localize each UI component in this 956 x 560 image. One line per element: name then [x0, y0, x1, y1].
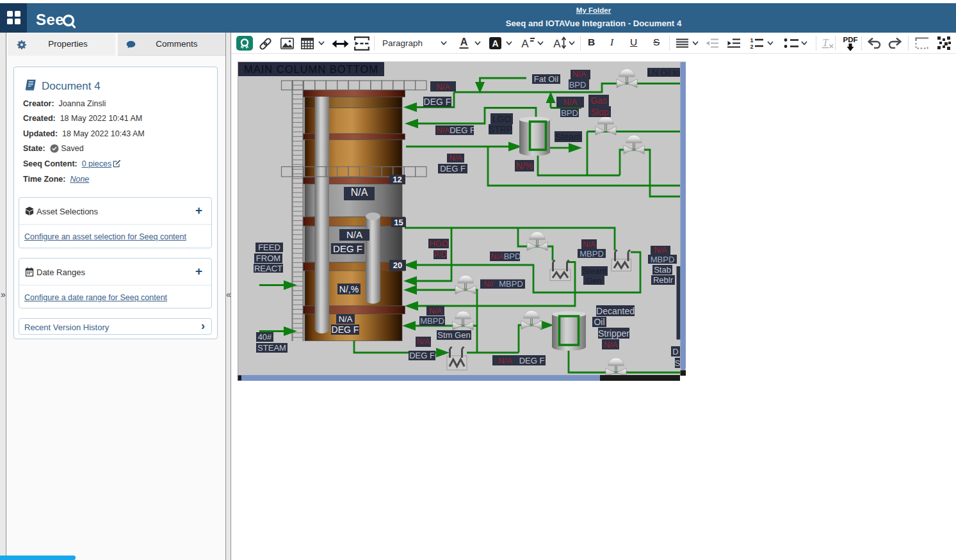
- svg-text:MBPD: MBPD: [651, 255, 675, 264]
- svg-text:N/A: N/A: [429, 307, 442, 316]
- svg-text:Oil: Oil: [594, 317, 604, 327]
- svg-text:Steam: Steam: [555, 132, 581, 142]
- svg-text:12: 12: [393, 175, 401, 184]
- svg-text:P/D: P/D: [433, 250, 446, 259]
- svg-text:1: 1: [750, 37, 754, 44]
- svg-text:Gen: Gen: [586, 276, 602, 285]
- svg-text:N/A: N/A: [498, 356, 512, 365]
- svg-text:FEED: FEED: [258, 243, 280, 252]
- svg-text:DEG F: DEG F: [440, 164, 466, 173]
- svg-text:HGO: HGO: [429, 239, 448, 248]
- svg-text:REACT: REACT: [254, 264, 282, 273]
- svg-text:2: 2: [750, 44, 754, 49]
- svg-text:Decanted: Decanted: [596, 306, 635, 316]
- svg-text:N/A: N/A: [339, 314, 353, 324]
- svg-text:MBPD: MBPD: [499, 279, 523, 289]
- svg-text:N//: N//: [483, 280, 494, 289]
- svg-text:BPD: BPD: [569, 80, 587, 90]
- svg-text:DEG F: DEG F: [333, 243, 362, 254]
- svg-text:N/A: N/A: [417, 337, 430, 346]
- svg-text:STEAM: STEAM: [257, 343, 286, 353]
- svg-text:PDF: PDF: [843, 36, 858, 44]
- svg-text:MAIN COLUMN BOTTOM: MAIN COLUMN BOTTOM: [244, 63, 378, 75]
- svg-text:N/,%: N/,%: [339, 284, 359, 294]
- svg-text:S: S: [675, 358, 681, 368]
- svg-text:DEG F: DEG F: [450, 125, 475, 135]
- svg-text:N/A: N/A: [604, 340, 618, 349]
- svg-text:MBPD: MBPD: [420, 316, 444, 326]
- svg-text:A: A: [460, 36, 468, 47]
- svg-text:N/A: N/A: [436, 82, 450, 92]
- svg-text:20: 20: [393, 260, 402, 270]
- svg-text:N/A: N/A: [490, 252, 503, 261]
- svg-text:Gas: Gas: [590, 95, 607, 106]
- svg-text:15: 15: [394, 218, 403, 227]
- svg-text:N/A: N/A: [346, 229, 362, 240]
- svg-text:40#: 40#: [258, 332, 272, 342]
- svg-text:N/A: N/A: [654, 246, 667, 255]
- svg-text:N/A: N/A: [572, 69, 587, 79]
- svg-text:DEG F: DEG F: [409, 351, 435, 360]
- svg-text:LN Oil to: LN Oil to: [647, 68, 680, 77]
- svg-text:Steam: Steam: [583, 266, 607, 276]
- svg-text:DEG F: DEG F: [424, 97, 451, 107]
- svg-text:Fat Oil: Fat Oil: [534, 74, 558, 84]
- svg-text:A: A: [553, 38, 561, 49]
- svg-text:N/A: N/A: [351, 187, 368, 198]
- svg-text:N/A: N/A: [563, 97, 578, 107]
- svg-text:N/A: N/A: [437, 126, 450, 135]
- svg-text:Reblr: Reblr: [653, 275, 674, 285]
- svg-text:DEG F: DEG F: [332, 324, 359, 335]
- svg-text:BPD: BPD: [561, 108, 578, 118]
- svg-text:A: A: [492, 38, 498, 49]
- svg-text:N/A: N/A: [449, 154, 462, 163]
- svg-text:Stab: Stab: [654, 265, 671, 275]
- svg-text:STRP: STRP: [489, 124, 512, 134]
- svg-text:LGO: LGO: [492, 114, 512, 124]
- svg-text:D: D: [672, 347, 678, 356]
- svg-text:Stm Gen: Stm Gen: [437, 330, 470, 340]
- svg-text:See: See: [36, 11, 64, 28]
- svg-text:N/%: N/%: [516, 161, 533, 171]
- svg-text:BPD: BPD: [504, 252, 521, 261]
- svg-text:N/A: N/A: [583, 240, 595, 249]
- svg-text:FROM: FROM: [256, 253, 280, 263]
- svg-text:A: A: [521, 38, 529, 49]
- svg-text:Stripper: Stripper: [598, 328, 629, 339]
- svg-text:DEG F: DEG F: [519, 356, 545, 365]
- svg-text:MBPD: MBPD: [579, 249, 604, 259]
- svg-text:T: T: [823, 37, 829, 48]
- svg-text:Slop: Slop: [590, 107, 608, 117]
